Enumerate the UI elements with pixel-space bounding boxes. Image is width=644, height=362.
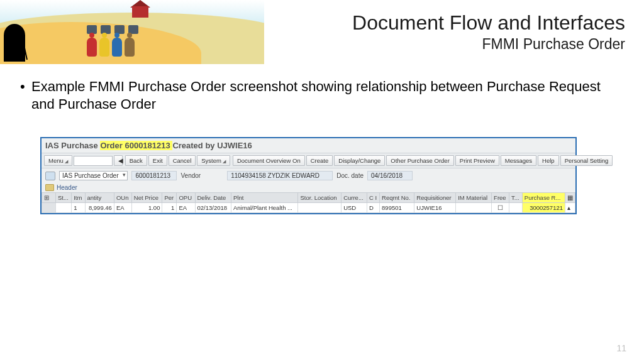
doc-type-select[interactable]: IAS Purchase Order [59,171,128,180]
col-qty[interactable]: antity [85,193,114,203]
cell-reqmt: 899501 [380,203,414,213]
toolbar: Menu ◀ Back Exit Cancel System Document … [42,153,575,168]
bullet-list: Example FMMI Purchase Order screenshot s… [18,78,625,112]
cell-qty: 8,999.46 [85,203,114,213]
vendor-field: 1104934158 ZYDZIK EDWARD [227,171,333,180]
doc-date-label: Doc. date [336,172,364,179]
col-per[interactable]: Per [162,193,177,203]
cell-opu: EA [177,203,195,213]
col-curr[interactable]: Curre... [341,193,367,203]
grid-corner[interactable]: ⊞ [42,193,56,203]
col-itm[interactable]: Itm [72,193,85,203]
col-deliv-date[interactable]: Deliv. Date [195,193,231,203]
po-detail-row: IAS Purchase Order 6000181213 Vendor 110… [42,168,575,183]
barn-icon [132,6,148,18]
col-requisitioner[interactable]: Requisitioner [414,193,456,203]
command-input[interactable] [74,156,113,166]
display-change-button[interactable]: Display/Change [334,155,385,166]
menu-button[interactable]: Menu [44,155,72,166]
header-illustration [0,0,264,64]
scroll-up-icon[interactable]: ▴ [565,203,575,213]
page-number: 11 [616,343,626,353]
slide-title: Document Flow and Interfaces [352,11,625,35]
col-net-price[interactable]: Net Price [131,193,162,203]
back-arrow-button[interactable]: ◀ [114,155,123,166]
col-stor-loc[interactable]: Stor. Location [298,193,341,203]
vendor-label: Vendor [180,172,201,179]
table-row[interactable]: 1 8,999.46 EA 1.00 1 EA 02/13/2018 Anima… [42,203,575,213]
col-im-material[interactable]: IM Material [456,193,492,203]
slide-subtitle: FMMI Purchase Order [352,36,625,53]
cell-requisitioner: UJWIE16 [414,203,456,213]
doc-overview-button[interactable]: Document Overview On [233,155,305,166]
doc-date-field: 04/16/2018 [367,171,413,180]
other-po-button[interactable]: Other Purchase Order [386,155,453,166]
cell-plnt: Animal/Plant Health ... [231,203,298,213]
help-button[interactable]: Help [538,155,559,166]
header-toggle-label: Header [57,184,77,191]
back-button[interactable]: Back [125,155,147,166]
cell-ci: D [367,203,379,213]
col-plnt[interactable]: Plnt [231,193,298,203]
messages-button[interactable]: Messages [501,155,536,166]
exit-button[interactable]: Exit [148,155,167,166]
title-prefix: IAS Purchase [45,141,100,150]
cancel-button[interactable]: Cancel [169,155,196,166]
cell-itm: 1 [72,203,85,213]
col-purchase-r[interactable]: Purchase R... [522,193,565,203]
cell-purchase-req: 3000257121 [522,203,565,213]
screenshot-title: IAS Purchase Order 6000181213 Created by… [42,138,575,153]
col-reqmt[interactable]: Reqmt No. [380,193,414,203]
col-oun[interactable]: OUn [114,193,131,203]
col-ci[interactable]: C I [367,193,379,203]
cell-oun: EA [114,203,131,213]
bullet-item: Example FMMI Purchase Order screenshot s… [18,78,625,112]
col-config-icon[interactable]: ▦ [565,193,575,203]
cell-per: 1 [162,203,177,213]
landscape-bg [0,0,264,64]
print-preview-button[interactable]: Print Preview [455,155,499,166]
personal-setting-button[interactable]: Personal Setting [560,155,613,166]
header-collapse-row[interactable]: Header [42,183,575,192]
surveyor-silhouette [4,24,25,62]
title-highlight: Order 6000181213 [100,141,172,150]
fmmi-screenshot: IAS Purchase Order 6000181213 Created by… [40,137,577,214]
cart-icon [45,172,55,180]
cell-deliv-date: 02/13/2018 [195,203,231,213]
cell-net-price: 1.00 [131,203,162,213]
system-button[interactable]: System [197,155,230,166]
col-t[interactable]: T... [509,193,523,203]
slide-title-block: Document Flow and Interfaces FMMI Purcha… [352,11,625,53]
people-icons [87,38,135,57]
col-free[interactable]: Free [492,193,509,203]
doc-number-field: 6000181213 [131,171,177,180]
title-suffix: Created by UJWIE16 [172,141,252,150]
col-opu[interactable]: OPU [177,193,195,203]
folder-icon [45,184,54,191]
col-status[interactable]: St... [56,193,72,203]
line-items-grid: ⊞ St... Itm antity OUn Net Price Per OPU… [42,192,575,213]
cell-free-checkbox[interactable]: ☐ [492,203,509,213]
create-button[interactable]: Create [306,155,333,166]
cell-curr: USD [341,203,367,213]
